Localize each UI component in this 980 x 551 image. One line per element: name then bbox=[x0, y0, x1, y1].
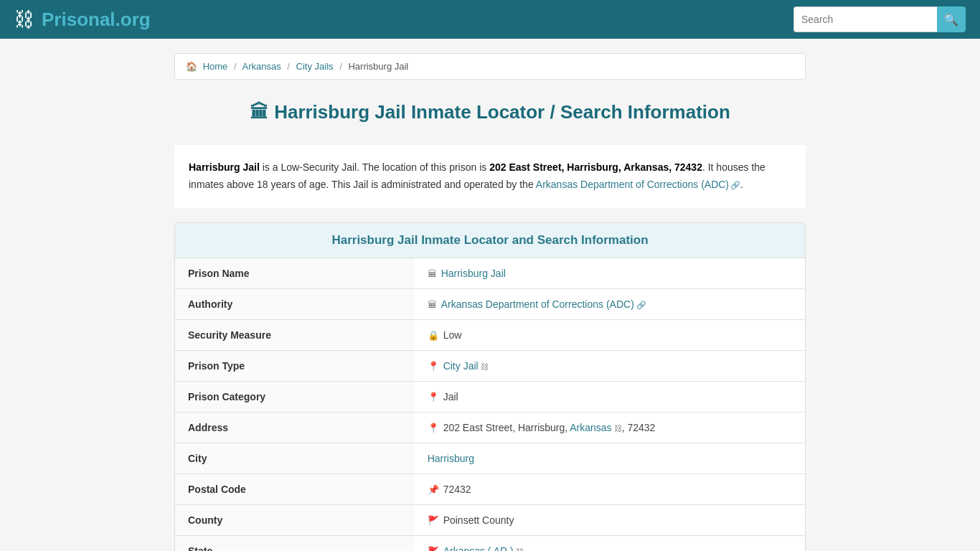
address-bold: 202 East Street, Harrisburg, Arkansas, 7… bbox=[489, 161, 702, 173]
title-icon: 🏛 bbox=[250, 101, 268, 123]
adc-link[interactable]: Arkansas Department of Corrections (ADC) bbox=[536, 179, 729, 190]
cell-link[interactable]: Harrisburg bbox=[428, 453, 474, 464]
logo-text: Prisonal.org bbox=[42, 9, 151, 31]
logo-icon: ⛓ bbox=[14, 8, 34, 32]
row-label: Authority bbox=[175, 288, 415, 319]
row-label: Prison Type bbox=[175, 350, 415, 381]
chain-icon: ⛓ bbox=[481, 362, 489, 371]
page-title: 🏛Harrisburg Jail Inmate Locator / Search… bbox=[174, 101, 806, 123]
table-row: CityHarrisburg bbox=[175, 443, 805, 474]
address-state-link[interactable]: Arkansas bbox=[570, 422, 611, 433]
search-icon: 🔍 bbox=[944, 13, 958, 27]
main-content: 🏠 Home / Arkansas / City Jails / Harrisb… bbox=[167, 53, 813, 551]
cell-link[interactable]: City Jail bbox=[443, 360, 479, 372]
logo-link[interactable]: ⛓ Prisonal.org bbox=[14, 8, 151, 32]
row-value: 📌72432 bbox=[415, 474, 805, 504]
row-icon: 📍 bbox=[428, 361, 439, 372]
row-label: Security Measure bbox=[175, 319, 415, 350]
jail-name-bold: Harrisburg Jail bbox=[189, 161, 260, 173]
row-label: County bbox=[175, 504, 415, 535]
table-row: Prison Category📍Jail bbox=[175, 381, 805, 412]
row-icon: 🔒 bbox=[428, 330, 439, 341]
search-button[interactable]: 🔍 bbox=[937, 6, 966, 32]
ext-link-icon: 🔗 bbox=[636, 301, 646, 309]
row-icon: 📍 bbox=[428, 423, 439, 433]
table-row: County🚩Poinsett County bbox=[175, 504, 805, 535]
logo-main: Prisonal bbox=[42, 9, 116, 30]
breadcrumb-home[interactable]: Home bbox=[203, 61, 228, 72]
chain-icon: ⛓ bbox=[614, 424, 622, 433]
row-value: 🚩Arkansas ( AR )⛓ bbox=[415, 535, 805, 551]
info-section: Harrisburg Jail Inmate Locator and Searc… bbox=[174, 222, 806, 551]
breadcrumb-current: Harrisburg Jail bbox=[348, 61, 408, 72]
breadcrumb: 🏠 Home / Arkansas / City Jails / Harrisb… bbox=[174, 53, 806, 80]
cell-link[interactable]: Harrisburg Jail bbox=[441, 268, 506, 279]
page-title-section: 🏛Harrisburg Jail Inmate Locator / Search… bbox=[174, 94, 806, 131]
row-label: State bbox=[175, 535, 415, 551]
info-section-header: Harrisburg Jail Inmate Locator and Searc… bbox=[175, 223, 805, 258]
row-value: 📍202 East Street, Harrisburg, Arkansas⛓,… bbox=[415, 412, 805, 443]
table-row: Address📍202 East Street, Harrisburg, Ark… bbox=[175, 412, 805, 443]
row-value: 🔒Low bbox=[415, 319, 805, 350]
row-value: 🏛Harrisburg Jail bbox=[415, 258, 805, 289]
row-label: City bbox=[175, 443, 415, 474]
description-text: Harrisburg Jail is a Low-Security Jail. … bbox=[189, 159, 791, 194]
cell-link[interactable]: Arkansas ( AR ) bbox=[443, 545, 514, 551]
search-input[interactable] bbox=[793, 6, 937, 32]
breadcrumb-arkansas[interactable]: Arkansas bbox=[242, 61, 281, 72]
chain-icon: ⛓ bbox=[516, 547, 524, 551]
table-row: State🚩Arkansas ( AR )⛓ bbox=[175, 535, 805, 551]
ext-icon: 🔗 bbox=[730, 181, 740, 189]
row-value: 📍Jail bbox=[415, 381, 805, 412]
row-icon: 📌 bbox=[428, 484, 439, 495]
row-icon: 📍 bbox=[428, 392, 439, 402]
row-label: Prison Category bbox=[175, 381, 415, 412]
row-value: Harrisburg bbox=[415, 443, 805, 474]
search-area: 🔍 bbox=[793, 6, 966, 32]
row-label: Prison Name bbox=[175, 258, 415, 289]
row-icon: 🚩 bbox=[428, 515, 439, 526]
home-icon: 🏠 bbox=[186, 61, 197, 72]
table-row: Security Measure🔒Low bbox=[175, 319, 805, 350]
table-row: Prison Type📍City Jail⛓ bbox=[175, 350, 805, 381]
row-value: 🚩Poinsett County bbox=[415, 504, 805, 535]
row-label: Address bbox=[175, 412, 415, 443]
row-label: Postal Code bbox=[175, 474, 415, 504]
row-icon: 🚩 bbox=[428, 546, 439, 551]
row-value: 🏛Arkansas Department of Corrections (ADC… bbox=[415, 288, 805, 319]
row-icon: 🏛 bbox=[428, 268, 437, 279]
logo-accent: .org bbox=[116, 9, 151, 30]
table-row: Authority🏛Arkansas Department of Correct… bbox=[175, 288, 805, 319]
table-row: Postal Code📌72432 bbox=[175, 474, 805, 504]
row-icon: 🏛 bbox=[428, 299, 437, 310]
breadcrumb-city-jails[interactable]: City Jails bbox=[296, 61, 334, 72]
cell-link[interactable]: Arkansas Department of Corrections (ADC) bbox=[441, 298, 634, 310]
site-header: ⛓ Prisonal.org 🔍 bbox=[0, 0, 980, 39]
row-value: 📍City Jail⛓ bbox=[415, 350, 805, 381]
description-section: Harrisburg Jail is a Low-Security Jail. … bbox=[174, 145, 806, 208]
info-table: Prison Name🏛Harrisburg JailAuthority🏛Ark… bbox=[175, 258, 805, 551]
table-row: Prison Name🏛Harrisburg Jail bbox=[175, 258, 805, 289]
